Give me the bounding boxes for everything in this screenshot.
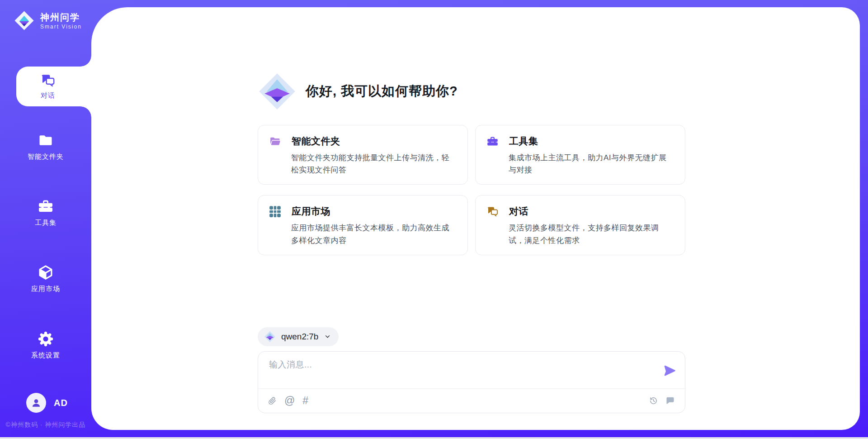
sidebar-item-chat[interactable]: 对话 bbox=[16, 67, 91, 106]
feature-cards: 智能文件夹 智能文件夹功能支持批量文件上传与清洗，轻松实现文件问答 bbox=[258, 125, 685, 255]
sidebar-item-smart-folder[interactable]: 智能文件夹 bbox=[0, 132, 91, 161]
model-name: qwen2:7b bbox=[281, 332, 318, 342]
at-icon: @ bbox=[284, 396, 295, 406]
folder-open-icon bbox=[269, 135, 281, 148]
brand: 神州问学 Smart Vision bbox=[14, 10, 82, 31]
sidebar-item-app-market[interactable]: 应用市场 bbox=[0, 264, 91, 293]
cube-icon bbox=[38, 264, 54, 281]
tab-corner-bottom-icon bbox=[80, 106, 91, 117]
chat-icon bbox=[486, 205, 499, 218]
new-chat-button[interactable] bbox=[665, 396, 675, 406]
sidebar-item-label: 应用市场 bbox=[31, 285, 60, 293]
app-window: 神州问学 Smart Vision 对话 智能文件夹 bbox=[0, 0, 868, 439]
card-title: 应用市场 bbox=[292, 205, 330, 218]
user-initials: AD bbox=[54, 398, 68, 408]
hash-icon: # bbox=[302, 396, 308, 406]
paperclip-icon bbox=[268, 396, 277, 405]
card-toolset[interactable]: 工具集 集成市场上主流工具，助力AI与外界无缝扩展与对接 bbox=[475, 125, 685, 185]
card-description: 集成市场上主流工具，助力AI与外界无缝扩展与对接 bbox=[509, 152, 674, 176]
gear-icon bbox=[38, 331, 54, 347]
model-diamond-icon bbox=[264, 331, 276, 343]
card-app-market[interactable]: 应用市场 应用市场提供丰富长文本模板，助力高效生成多样化文章内容 bbox=[258, 195, 468, 255]
send-button[interactable] bbox=[663, 364, 676, 377]
message-composer: @ # bbox=[258, 351, 685, 413]
sidebar-item-label: 对话 bbox=[41, 91, 55, 100]
avatar bbox=[26, 393, 46, 413]
sidebar-item-label: 系统设置 bbox=[31, 351, 60, 360]
brand-name: 神州问学 bbox=[40, 12, 82, 23]
brand-text: 神州问学 Smart Vision bbox=[40, 12, 82, 30]
card-description: 应用市场提供丰富长文本模板，助力高效生成多样化文章内容 bbox=[291, 222, 457, 246]
apps-grid-icon bbox=[269, 205, 281, 218]
person-icon bbox=[30, 397, 42, 409]
composer-toolbar-right bbox=[642, 396, 675, 406]
message-input[interactable] bbox=[269, 359, 644, 387]
sidebar-item-toolset[interactable]: 工具集 bbox=[0, 198, 91, 227]
history-button[interactable] bbox=[649, 396, 658, 406]
card-description: 灵活切换多模型文件，支持多样回复效果调试，满足个性化需求 bbox=[509, 222, 674, 246]
topic-button[interactable]: # bbox=[302, 396, 308, 406]
toolbox-icon bbox=[38, 198, 54, 215]
window-edge bbox=[0, 437, 868, 439]
card-title: 智能文件夹 bbox=[292, 135, 340, 148]
main-content: 你好, 我可以如何帮助你? 智能文件夹 智能文件夹功能支持批量文件上传与清洗，轻… bbox=[91, 7, 860, 430]
greeting: 你好, 我可以如何帮助你? bbox=[258, 72, 685, 111]
sidebar: 神州问学 Smart Vision 对话 智能文件夹 bbox=[0, 0, 91, 439]
card-chat[interactable]: 对话 灵活切换多模型文件，支持多样回复效果调试，满足个性化需求 bbox=[475, 195, 685, 255]
sidebar-item-settings[interactable]: 系统设置 bbox=[0, 331, 91, 360]
toolbox-icon bbox=[486, 135, 499, 148]
attach-file-button[interactable] bbox=[268, 396, 277, 405]
copyright-text: ©神州数码 · 神州问学出品 bbox=[0, 421, 91, 429]
send-icon bbox=[663, 364, 676, 377]
brand-subtitle: Smart Vision bbox=[40, 24, 82, 30]
sidebar-item-label: 工具集 bbox=[35, 219, 57, 227]
chat-bubble-icon bbox=[665, 396, 675, 406]
assistant-diamond-icon bbox=[258, 72, 297, 111]
mention-button[interactable]: @ bbox=[284, 396, 295, 406]
card-title: 对话 bbox=[509, 205, 528, 218]
folder-icon bbox=[38, 132, 54, 148]
chevron-down-icon bbox=[324, 333, 331, 340]
sidebar-item-label: 智能文件夹 bbox=[28, 153, 64, 161]
card-title: 工具集 bbox=[509, 135, 538, 148]
card-description: 智能文件夹功能支持批量文件上传与清洗，轻松实现文件问答 bbox=[291, 152, 457, 176]
card-smart-folder[interactable]: 智能文件夹 智能文件夹功能支持批量文件上传与清洗，轻松实现文件问答 bbox=[258, 125, 468, 185]
greeting-text: 你好, 我可以如何帮助你? bbox=[306, 82, 458, 100]
brand-diamond-icon bbox=[14, 10, 35, 31]
chat-icon bbox=[40, 73, 56, 88]
tab-corner-top-icon bbox=[80, 56, 91, 67]
composer-toolbar: @ # bbox=[258, 388, 685, 413]
model-selector[interactable]: qwen2:7b bbox=[258, 327, 339, 346]
user-profile[interactable]: AD bbox=[26, 393, 68, 413]
history-icon bbox=[649, 396, 658, 406]
